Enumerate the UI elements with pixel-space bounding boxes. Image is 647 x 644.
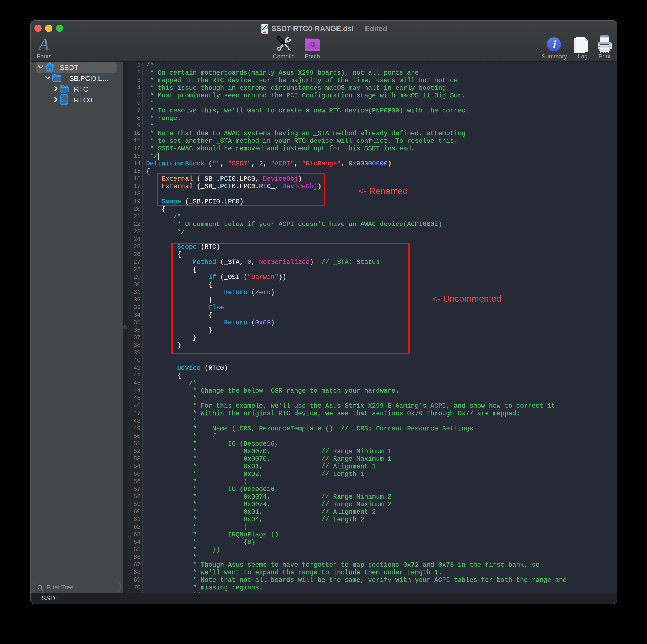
svg-text:i: i: [553, 38, 556, 51]
svg-text:A: A: [37, 37, 49, 51]
svg-text:DSL: DSL: [264, 31, 266, 33]
